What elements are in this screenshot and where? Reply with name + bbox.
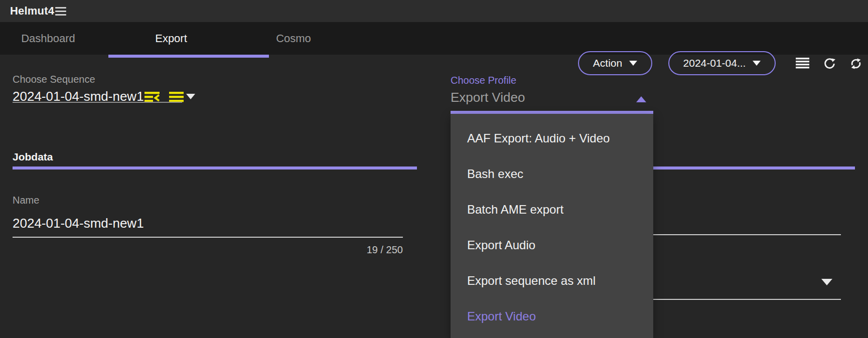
hamburger-menu-icon[interactable] [55, 7, 66, 16]
tab-dashboard[interactable]: Dashboard [21, 22, 75, 55]
dropdown-option-export-xml[interactable]: Export sequence as xml [451, 263, 653, 298]
name-input-value[interactable]: 2024-01-04-smd-new1 [13, 216, 144, 231]
refresh-icon[interactable] [823, 57, 836, 72]
sync-icon[interactable] [849, 57, 863, 72]
choose-profile-value[interactable]: Export Video [451, 90, 525, 105]
sequence-field-underline [13, 102, 182, 103]
dropdown-option-bash-exec[interactable]: Bash exec [451, 156, 653, 192]
choose-profile-label: Choose Profile [451, 75, 516, 86]
action-button[interactable]: Action [578, 51, 652, 75]
active-tab-indicator [108, 55, 269, 58]
chevron-down-icon [629, 61, 637, 66]
name-field-underline [13, 237, 403, 238]
name-char-counter: 19 / 250 [13, 244, 403, 256]
dropdown-option-export-video[interactable]: Export Video [451, 298, 653, 334]
profile-dropdown-caret-up-icon[interactable] [636, 96, 646, 102]
top-bar: Helmut4 [0, 0, 868, 22]
sequence-select-label: 2024-01-04... [683, 57, 746, 69]
profile-dropdown-menu: AAF Export: Audio + Video Bash exec Batc… [451, 114, 653, 338]
jobdata-heading: Jobdata [13, 151, 53, 163]
tab-export[interactable]: Export [155, 22, 187, 55]
dropdown-option-batch-ame[interactable]: Batch AME export [451, 192, 653, 227]
sequence-dropdown-caret-icon[interactable] [186, 94, 195, 99]
app-window: Helmut4 Dashboard Export Cosmo Action 20… [0, 0, 868, 338]
right-field-dropdown-caret-icon[interactable] [821, 279, 832, 285]
chevron-down-icon [753, 61, 761, 66]
nav-bar: Dashboard Export Cosmo Action 2024-01-04… [0, 22, 868, 55]
choose-sequence-label: Choose Sequence [13, 74, 95, 85]
tab-cosmo[interactable]: Cosmo [276, 22, 311, 55]
action-button-label: Action [593, 57, 622, 69]
jobdata-section-rule [13, 166, 417, 170]
sequence-select-button[interactable]: 2024-01-04... [668, 51, 776, 75]
app-title: Helmut4 [10, 0, 54, 22]
name-label: Name [13, 195, 39, 206]
dropdown-option-aaf-export[interactable]: AAF Export: Audio + Video [451, 120, 653, 156]
justify-list-icon[interactable] [796, 58, 809, 71]
dropdown-option-export-audio[interactable]: Export Audio [451, 227, 653, 263]
